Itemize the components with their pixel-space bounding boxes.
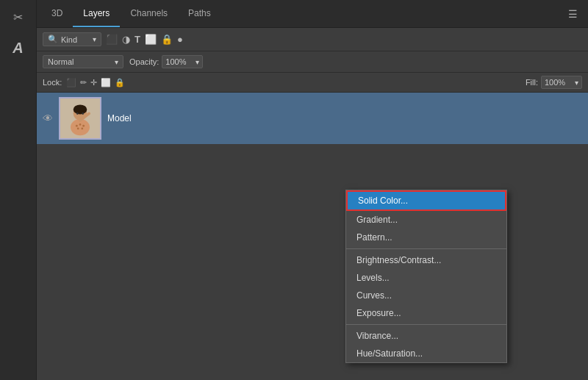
lock-transparent-icon[interactable]: ⬛ [66,78,76,87]
menu-item-vibrance[interactable]: Vibrance... [346,327,506,345]
menu-item-solid-color[interactable]: Solid Color... [346,190,506,211]
smart-icon[interactable]: 🔒 [161,34,173,45]
menu-divider-2 [346,324,506,325]
type-filter-icon[interactable]: T [135,34,140,45]
fill-select[interactable]: 100% ▾ [541,76,582,89]
kind-select[interactable]: 🔍 Kind ▾ [43,32,101,46]
tab-paths[interactable]: Paths [178,0,221,27]
layer-item[interactable]: 👁 [37,93,588,144]
menu-item-exposure[interactable]: Exposure... [346,304,506,322]
svg-point-4 [76,112,79,115]
opacity-label: Opacity: [129,57,159,66]
pixel-icon[interactable]: ⬛ [106,34,118,45]
menu-divider-1 [346,248,506,249]
tab-bar: 3D Layers Channels Paths ☰ [37,0,588,28]
type-icon[interactable]: A [7,37,29,59]
svg-point-10 [81,128,83,130]
context-menu: Solid Color... Gradient... Pattern... Br… [345,190,507,363]
tab-layers[interactable]: Layers [73,0,120,27]
lock-icons: ⬛ ✏ ✛ ⬜ 🔒 [66,78,125,87]
adjustment-icon[interactable]: ◑ [122,34,130,45]
menu-item-curves[interactable]: Curves... [346,287,506,304]
shape-icon[interactable]: ⬜ [145,34,157,45]
svg-point-6 [76,125,78,127]
menu-item-levels[interactable]: Levels... [346,269,506,287]
menu-item-hue-saturation[interactable]: Hue/Saturation... [346,345,506,362]
lock-label: Lock: [43,78,62,87]
kind-icons: ⬛ ◑ T ⬜ 🔒 ● [106,34,183,45]
layer-thumbnail-image [60,97,100,140]
svg-point-8 [82,125,85,127]
artboard-icon[interactable]: ● [177,34,183,45]
layers-panel: 🔍 Kind ▾ ⬛ ◑ T ⬜ 🔒 ● Normal ▾ Opacity: [37,28,588,380]
layer-name: Model [107,113,132,123]
panel-menu-icon[interactable]: ☰ [562,5,584,23]
lock-all-icon[interactable]: 🔒 [115,78,125,87]
menu-item-brightness-contrast[interactable]: Brightness/Contrast... [346,251,506,269]
menu-item-gradient[interactable]: Gradient... [346,211,506,229]
visibility-toggle[interactable]: 👁 [43,112,53,124]
cut-icon[interactable]: ✂ [7,6,29,28]
tab-3d[interactable]: 3D [41,0,73,27]
svg-point-5 [82,112,84,115]
kind-row: 🔍 Kind ▾ ⬛ ◑ T ⬜ 🔒 ● [37,28,588,51]
lock-row: Lock: ⬛ ✏ ✛ ⬜ 🔒 Fill: 100% ▾ [37,73,588,93]
opacity-select[interactable]: 100% ▾ [162,55,203,68]
opacity-row: Opacity: 100% ▾ [129,55,203,68]
fill-label: Fill: [526,78,538,87]
layer-thumbnail [59,97,101,140]
main-panel: 3D Layers Channels Paths ☰ 🔍 Kind ▾ ⬛ ◑ … [37,0,588,380]
blend-mode-select[interactable]: Normal ▾ [43,55,123,68]
svg-point-7 [79,123,82,126]
lock-artboard-icon[interactable]: ⬜ [101,78,111,87]
normal-row: Normal ▾ Opacity: 100% ▾ [37,51,588,73]
fill-row: Fill: 100% ▾ [526,76,582,89]
svg-point-3 [74,104,87,114]
svg-point-9 [77,128,79,130]
left-sidebar: ✂ A [0,0,37,380]
lock-image-icon[interactable]: ✏ [80,78,87,87]
tab-channels[interactable]: Channels [120,0,178,27]
menu-item-pattern[interactable]: Pattern... [346,229,506,246]
lock-position-icon[interactable]: ✛ [90,78,97,87]
